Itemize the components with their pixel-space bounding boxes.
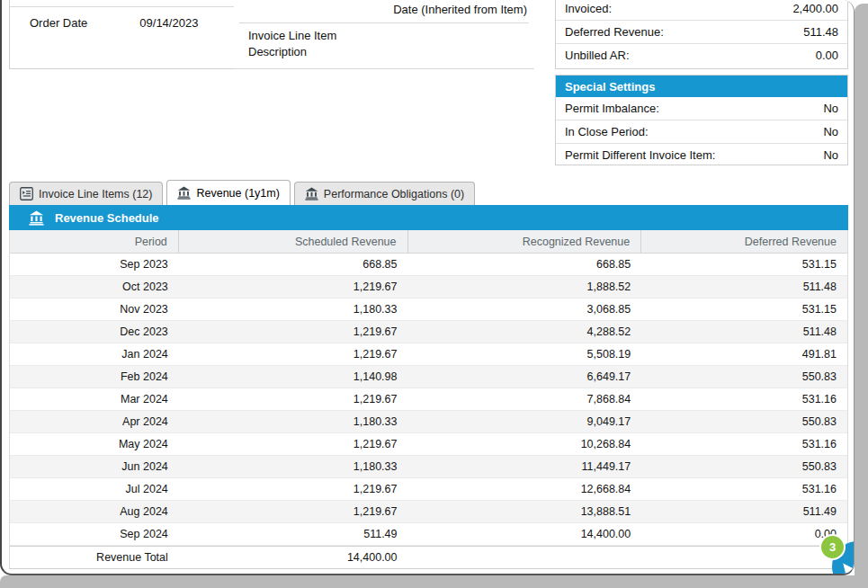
column-header-deferred-revenue[interactable]: Deferred Revenue: [641, 230, 847, 253]
field-divider: [239, 22, 529, 23]
table-cell: 4,288.52: [408, 321, 642, 343]
bank-icon: [305, 187, 318, 200]
setting-row: Permit Different Invoice Item: No: [556, 144, 847, 166]
table-header-row: Period Scheduled Revenue Recognized Reve…: [10, 230, 847, 254]
tab-label: Invoice Line Items (12): [39, 188, 152, 200]
table-row[interactable]: Jun 20241,180.3311,449.17550.83: [10, 456, 847, 478]
setting-row: In Close Period: No: [556, 120, 847, 144]
list-icon: [20, 187, 33, 200]
table-cell: 1,219.67: [179, 343, 408, 365]
table-cell: 531.16: [641, 478, 847, 500]
table-cell: 7,868.84: [408, 388, 642, 410]
table-cell: 531.16: [641, 433, 847, 455]
table-cell: 9,049.17: [408, 411, 642, 432]
column-header-period[interactable]: Period: [10, 230, 179, 253]
tab-strip: Invoice Line Items (12) Revenue (1y1m): [9, 180, 475, 205]
invoiced-value: 2,400.00: [792, 2, 838, 15]
table-row[interactable]: Sep 2024511.4914,400.000.00: [10, 523, 847, 546]
in-close-period-value: No: [823, 125, 838, 138]
revenue-summary-panel: Invoiced: 2,400.00 Deferred Revenue: 511…: [555, 0, 848, 69]
table-cell: Apr 2024: [10, 411, 179, 432]
table-cell: 3,068.85: [408, 298, 642, 320]
table-cell: 531.16: [641, 388, 847, 410]
table-cell: 550.83: [641, 411, 847, 432]
table-cell: 511.48: [641, 276, 847, 298]
column-header-scheduled-revenue[interactable]: Scheduled Revenue: [179, 230, 408, 253]
table-row[interactable]: Feb 20241,140.986,649.17550.83: [10, 366, 847, 388]
permit-imbalance-value: No: [823, 102, 838, 115]
table-cell: 1,180.33: [179, 411, 408, 432]
table-cell: Sep 2024: [10, 523, 179, 545]
table-cell: 491.81: [641, 343, 847, 365]
invoiced-label: Invoiced:: [565, 2, 612, 15]
summary-row: Invoiced: 2,400.00: [556, 0, 847, 21]
revenue-total-label: Revenue Total: [10, 547, 179, 568]
revenue-schedule-table: Period Scheduled Revenue Recognized Reve…: [9, 230, 848, 569]
special-settings-panel: Special Settings Permit Imbalance: No In…: [555, 75, 848, 165]
table-cell: 1,219.67: [179, 321, 408, 343]
deferred-revenue-value: 511.48: [803, 25, 838, 39]
table-cell: 668.85: [179, 254, 408, 275]
tab-revenue[interactable]: Revenue (1y1m): [166, 180, 290, 205]
order-date-label: Order Date: [30, 16, 87, 30]
table-cell: Jun 2024: [10, 456, 179, 477]
table-cell: 531.15: [641, 298, 847, 320]
empty-cell: [408, 547, 642, 568]
table-cell: Dec 2023: [10, 321, 179, 343]
permit-different-invoice-item-label: Permit Different Invoice Item:: [565, 148, 715, 162]
table-cell: 1,180.33: [179, 298, 408, 320]
deferred-revenue-label: Deferred Revenue:: [565, 25, 664, 39]
tab-performance-obligations[interactable]: Performance Obligations (0): [294, 182, 475, 205]
background-bottom-strip: [0, 575, 868, 588]
table-cell: 6,649.17: [408, 366, 642, 388]
item-details-panel: Date (Inherited from Item) Invoice Line …: [234, 0, 534, 69]
summary-row: Deferred Revenue: 511.48: [556, 21, 847, 44]
table-row[interactable]: Oct 20231,219.671,888.52511.48: [10, 276, 847, 298]
table-cell: Aug 2024: [10, 501, 179, 522]
table-cell: 13,888.51: [408, 501, 642, 522]
table-cell: May 2024: [10, 433, 179, 455]
table-cell: 11,449.17: [408, 456, 642, 477]
table-cell: Jan 2024: [10, 343, 179, 365]
badge-count: 3: [829, 540, 836, 554]
table-row[interactable]: Jan 20241,219.675,508.19491.81: [10, 343, 847, 366]
column-header-recognized-revenue[interactable]: Recognized Revenue: [408, 230, 642, 253]
table-row[interactable]: May 20241,219.6710,268.84531.16: [10, 433, 847, 456]
table-cell: Feb 2024: [10, 366, 179, 388]
table-cell: 668.85: [408, 254, 642, 275]
table-cell: 511.49: [179, 523, 408, 545]
table-cell: Oct 2023: [10, 276, 179, 298]
table-cell: 1,140.98: [179, 366, 408, 388]
table-cell: 1,219.67: [179, 501, 408, 522]
table-cell: 531.15: [641, 254, 847, 275]
tab-label: Performance Obligations (0): [324, 188, 464, 200]
table-cell: 1,180.33: [179, 456, 408, 477]
table-cell: 1,219.67: [179, 433, 408, 455]
table-cell: Jul 2024: [10, 478, 179, 500]
table-cell: Mar 2024: [10, 388, 179, 410]
tab-invoice-line-items[interactable]: Invoice Line Items (12): [9, 182, 163, 205]
table-cell: Nov 2023: [10, 298, 179, 320]
table-cell: 12,668.84: [408, 478, 642, 500]
table-cell: 1,219.67: [179, 388, 408, 410]
revenue-schedule-header: Revenue Schedule: [9, 205, 848, 230]
bank-icon: [177, 186, 191, 200]
table-row[interactable]: Aug 20241,219.6713,888.51511.49: [10, 501, 847, 523]
table-row[interactable]: Nov 20231,180.333,068.85531.15: [10, 298, 847, 321]
permit-imbalance-label: Permit Imbalance:: [565, 102, 659, 115]
unbilled-ar-label: Unbilled AR:: [565, 49, 630, 62]
table-row[interactable]: Mar 20241,219.677,868.84531.16: [10, 388, 847, 411]
revenue-schedule-title: Revenue Schedule: [55, 211, 159, 225]
empty-cell: [641, 547, 847, 568]
table-cell: Sep 2023: [10, 254, 179, 275]
table-row[interactable]: Apr 20241,180.339,049.17550.83: [10, 411, 847, 433]
table-cell: 511.48: [641, 321, 847, 343]
table-row[interactable]: Dec 20231,219.674,288.52511.48: [10, 321, 847, 343]
table-row[interactable]: Jul 20241,219.6712,668.84531.16: [10, 478, 847, 501]
table-cell: 14,400.00: [408, 523, 642, 545]
notification-badge[interactable]: 3: [821, 536, 844, 558]
revenue-total-value: 14,400.00: [179, 547, 408, 568]
permit-different-invoice-item-value: No: [823, 148, 838, 162]
invoice-line-item-description-label: Invoice Line Item Description: [248, 28, 383, 59]
table-row[interactable]: Sep 2023668.85668.85531.15: [10, 254, 847, 276]
